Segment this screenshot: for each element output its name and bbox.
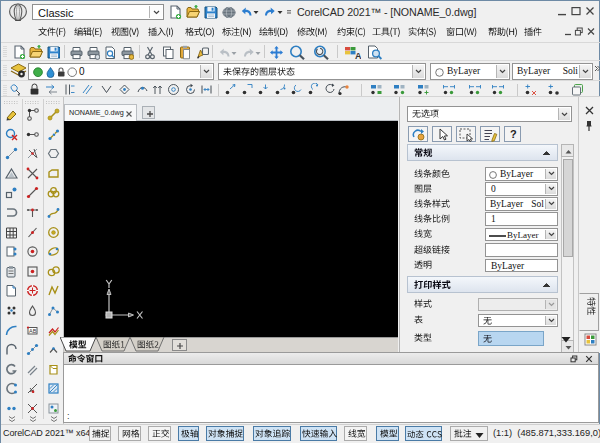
svg-text:AB: AB [29, 327, 37, 333]
svg-text:A: A [355, 51, 361, 60]
